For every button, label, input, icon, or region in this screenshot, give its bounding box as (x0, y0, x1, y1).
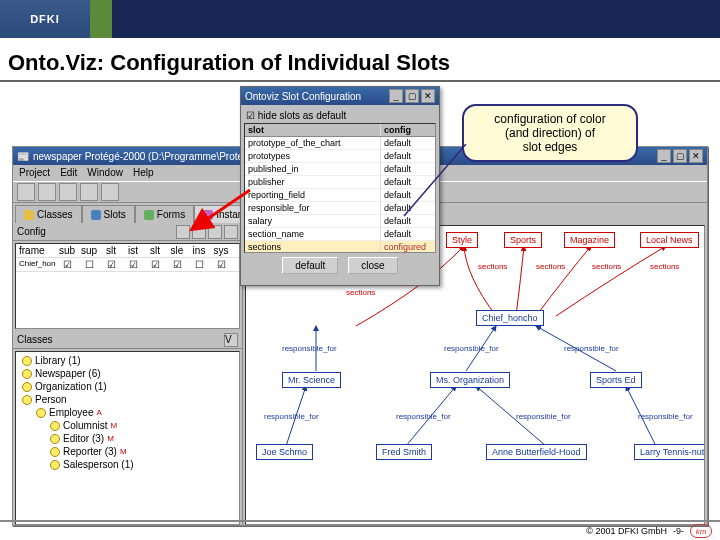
graph-node[interactable]: Fred Smith (376, 444, 432, 460)
maximize-button[interactable]: ▢ (673, 149, 687, 163)
graph-node[interactable]: Sports (504, 232, 542, 248)
app-icon: 📰 (17, 151, 29, 162)
edge-label: sections (592, 262, 621, 271)
close-button[interactable]: ✕ (421, 89, 435, 103)
minimize-button[interactable]: _ (657, 149, 671, 163)
tree-item[interactable]: Organization (1) (18, 380, 237, 393)
toolbar-button[interactable] (80, 183, 98, 201)
edge-label: responsible_for (564, 344, 619, 353)
edge-label: sections (650, 262, 679, 271)
toolbar-button[interactable] (17, 183, 35, 201)
table-row[interactable]: Chief_honcho ☑ ☐ ☑ ☑ ☑ ☑ ☐ ☑ (16, 258, 239, 272)
table-row[interactable]: sectionsconfigured (245, 241, 435, 253)
svg-line-0 (194, 190, 250, 228)
tab-classes[interactable]: Classes (15, 205, 82, 223)
maximize-button[interactable]: ▢ (405, 89, 419, 103)
tree-item[interactable]: Reporter (3)M (18, 445, 237, 458)
menu-window[interactable]: Window (87, 167, 123, 179)
toolbar-button[interactable] (59, 183, 77, 201)
slide-footer: © 2001 DFKI GmbH -9- km (0, 520, 720, 540)
default-button[interactable]: default (282, 257, 338, 274)
top-strip (90, 0, 720, 38)
tree-item[interactable]: Salesperson (1) (18, 458, 237, 471)
slide-title: Onto.Viz: Configuration of Individual Sl… (0, 40, 720, 82)
edge-label: responsible_for (516, 412, 571, 421)
graph-node[interactable]: Local News (640, 232, 699, 248)
tree-item[interactable]: Library (1) (18, 354, 237, 367)
edge-label: responsible_for (638, 412, 693, 421)
graph-node[interactable]: Magazine (564, 232, 615, 248)
edge-label: responsible_for (396, 412, 451, 421)
config-table: frame sub sup slt ist slt sle ins sys Ch… (15, 243, 240, 329)
graph-node[interactable]: Anne Butterfield-Hood (486, 444, 587, 460)
dialog-title: Ontoviz Slot Configuration (245, 91, 361, 102)
edge-label: sections (478, 262, 507, 271)
minimize-button[interactable]: _ (389, 89, 403, 103)
menu-edit[interactable]: Edit (60, 167, 77, 179)
graph-node[interactable]: Ms. Organization (430, 372, 510, 388)
close-button[interactable]: ✕ (689, 149, 703, 163)
svg-line-1 (404, 144, 466, 216)
toolbar-button[interactable] (38, 183, 56, 201)
tab-forms[interactable]: Forms (135, 205, 194, 223)
tree-item[interactable]: Editor (3)M (18, 432, 237, 445)
hide-slots-checkbox[interactable]: ☑ hide slots as default (244, 108, 436, 123)
toolbar-button[interactable] (101, 183, 119, 201)
classes-panel-header: Classes V (13, 331, 242, 349)
graph-node[interactable]: Chief_honcho (476, 310, 544, 326)
menu-help[interactable]: Help (133, 167, 154, 179)
graph-node[interactable]: Mr. Science (282, 372, 341, 388)
edge-label: sections (346, 288, 375, 297)
tree-item[interactable]: ColumnistM (18, 419, 237, 432)
dialog-titlebar[interactable]: Ontoviz Slot Configuration _ ▢ ✕ (241, 87, 439, 105)
class-tree[interactable]: Library (1)Newspaper (6)Organization (1)… (15, 351, 240, 525)
table-header-row: frame sub sup slt ist slt sle ins sys (16, 244, 239, 258)
edge-label: responsible_for (444, 344, 499, 353)
tree-item[interactable]: Person (18, 393, 237, 406)
graph-node[interactable]: Larry Tennis-nut (634, 444, 705, 460)
top-bar: DFKI (0, 0, 720, 40)
dfki-logo: DFKI (0, 0, 90, 38)
graph-node[interactable]: Sports Ed (590, 372, 642, 388)
edge-label: responsible_for (264, 412, 319, 421)
window-title: newspaper Protégé-2000 (D:\Programme\Pro… (33, 151, 257, 162)
close-dialog-button[interactable]: close (348, 257, 397, 274)
panel-tool-button[interactable]: V (224, 333, 238, 347)
graph-node[interactable]: Style (446, 232, 478, 248)
edge-label: sections (536, 262, 565, 271)
km-logo: km (690, 524, 712, 538)
tree-item[interactable]: Newspaper (6) (18, 367, 237, 380)
tab-slots[interactable]: Slots (82, 205, 135, 223)
graph-node[interactable]: Joe Schmo (256, 444, 313, 460)
menu-project[interactable]: Project (19, 167, 50, 179)
tree-item[interactable]: EmployeeA (18, 406, 237, 419)
edge-label: responsible_for (282, 344, 337, 353)
